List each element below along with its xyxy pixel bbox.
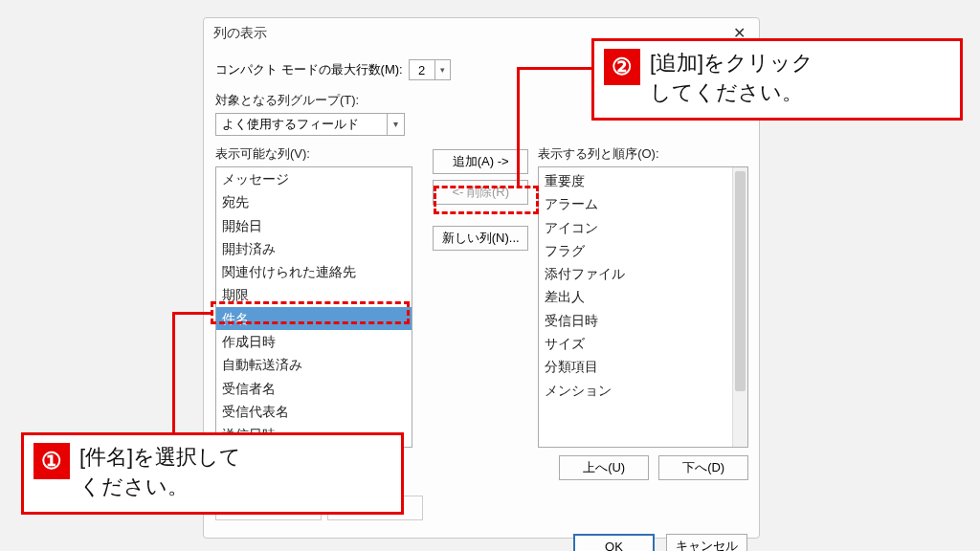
scroll-thumb[interactable]	[735, 171, 746, 391]
list-item[interactable]: 受信日時	[539, 309, 732, 332]
step-badge-1: ①	[33, 443, 70, 479]
list-item[interactable]: 受信者名	[216, 377, 412, 400]
available-columns-label: 表示可能な列(V):	[215, 145, 423, 163]
list-item[interactable]: 重要度	[539, 169, 732, 192]
list-item[interactable]: 差出人	[539, 285, 732, 308]
list-item[interactable]: メッセージ	[216, 167, 412, 190]
add-button[interactable]: 追加(A) ->	[433, 149, 528, 174]
connector-line	[517, 67, 520, 187]
list-item[interactable]: 関連付けられた連絡先	[216, 260, 412, 283]
list-item[interactable]: 宛先	[216, 190, 412, 213]
chevron-down-icon[interactable]: ▾	[434, 60, 450, 79]
chevron-down-icon[interactable]: ▾	[387, 114, 404, 135]
list-item[interactable]: 受信代表名	[216, 400, 412, 423]
list-item[interactable]: 添付ファイル	[539, 262, 732, 285]
callout-1: ① [件名]を選択して ください。	[21, 432, 404, 515]
list-item[interactable]: メンション	[539, 379, 732, 402]
compact-rows-spinner[interactable]: ▾	[409, 59, 451, 80]
callout-2-text: [追加]をクリック してください。	[650, 49, 813, 108]
scrollbar[interactable]	[732, 167, 747, 447]
list-item[interactable]: 期限	[216, 283, 412, 306]
ok-button[interactable]: OK	[573, 534, 655, 551]
dialog-title: 列の表示	[213, 25, 267, 42]
list-item[interactable]: フラグ	[539, 239, 732, 262]
compact-rows-label: コンパクト モードの最大行数(M):	[215, 61, 403, 78]
connector-line	[172, 312, 211, 315]
list-item[interactable]: 分類項目	[539, 355, 732, 378]
list-item[interactable]: 自動転送済み	[216, 353, 412, 376]
step-badge-2: ②	[604, 49, 640, 85]
list-item[interactable]: 開封済み	[216, 237, 412, 260]
list-item[interactable]: アラーム	[539, 192, 732, 215]
list-item[interactable]: 作成日時	[216, 330, 412, 353]
remove-button: <- 削除(R)	[433, 180, 528, 205]
displayed-columns-list[interactable]: 重要度アラームアイコンフラグ添付ファイル差出人受信日時サイズ分類項目メンション	[538, 166, 748, 448]
list-item[interactable]: 件名	[216, 307, 412, 330]
list-item[interactable]: 開始日	[216, 214, 412, 237]
callout-2: ② [追加]をクリック してください。	[591, 38, 963, 121]
new-column-button[interactable]: 新しい列(N)...	[433, 226, 528, 251]
list-item[interactable]: アイコン	[539, 216, 732, 239]
available-columns-list[interactable]: メッセージ宛先開始日開封済み関連付けられた連絡先期限件名作成日時自動転送済み受信…	[215, 166, 412, 448]
displayed-columns-label: 表示する列と順序(O):	[538, 145, 748, 163]
move-up-button[interactable]: 上へ(U)	[559, 455, 649, 480]
list-item[interactable]: サイズ	[539, 332, 732, 355]
column-group-value: よく使用するフィールド	[222, 116, 359, 133]
cancel-button[interactable]: キャンセル	[666, 534, 747, 551]
connector-line	[172, 312, 175, 436]
callout-1-text: [件名]を選択して ください。	[79, 443, 241, 502]
column-group-select[interactable]: よく使用するフィールド ▾	[215, 113, 405, 136]
compact-rows-input[interactable]	[410, 60, 434, 79]
connector-line	[517, 67, 593, 70]
move-down-button[interactable]: 下へ(D)	[658, 455, 748, 480]
